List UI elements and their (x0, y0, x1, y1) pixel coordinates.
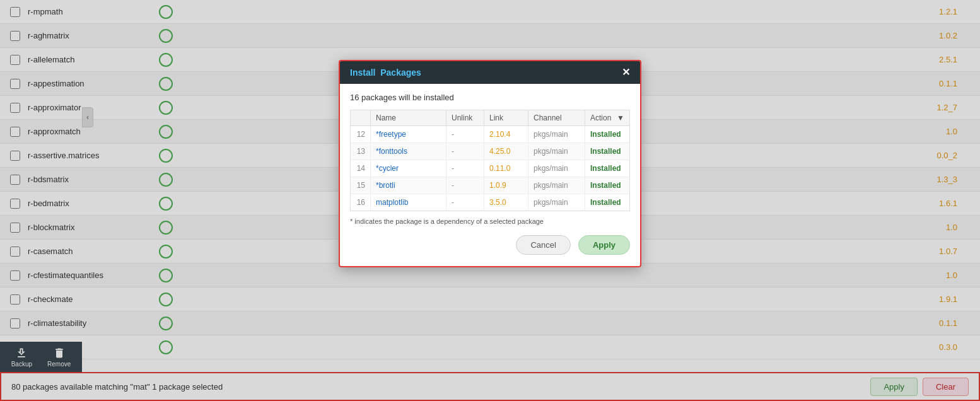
row-link: 4.25.0 (484, 143, 528, 160)
row-unlink: - (446, 177, 484, 194)
col-header-action: Action ▼ (585, 110, 629, 125)
table-row: 15 *brotli - 1.0.9 pkgs/main Installed (351, 177, 629, 194)
row-num: 15 (351, 177, 371, 194)
row-num: 14 (351, 160, 371, 177)
modal-body: 16 packages will be installed Name Unlin… (340, 84, 640, 266)
row-channel: pkgs/main (528, 143, 585, 160)
row-pkg-name: matplotlib (371, 194, 446, 211)
row-link: 2.10.4 (484, 126, 528, 142)
row-unlink: - (446, 143, 484, 160)
table-row: 13 *fonttools - 4.25.0 pkgs/main Install… (351, 143, 629, 160)
row-action: Installed (585, 126, 629, 142)
row-link: 0.11.0 (484, 160, 528, 177)
row-unlink: - (446, 126, 484, 142)
row-link: 1.0.9 (484, 177, 528, 194)
row-pkg-name: *freetype (371, 126, 446, 142)
col-header-unlink: Unlink (446, 110, 484, 125)
row-action: Installed (585, 177, 629, 194)
table-scroll-area[interactable]: 12 *freetype - 2.10.4 pkgs/main Installe… (351, 126, 629, 211)
apply-button[interactable]: Apply (578, 235, 630, 255)
row-num: 12 (351, 126, 371, 142)
modal-footer: Cancel Apply (350, 235, 630, 257)
row-action: Installed (585, 160, 629, 177)
install-packages-modal: Install Packages ✕ 16 packages will be i… (339, 60, 641, 267)
row-action: Installed (585, 194, 629, 211)
col-header-link: Link (484, 110, 528, 125)
table-row: 16 matplotlib - 3.5.0 pkgs/main Installe… (351, 194, 629, 211)
modal-overlay: Install Packages ✕ 16 packages will be i… (0, 0, 980, 401)
row-pkg-name: *brotli (371, 177, 446, 194)
col-header-num (351, 110, 371, 125)
modal-close-button[interactable]: ✕ (622, 67, 630, 78)
col-header-channel: Channel (528, 110, 585, 125)
packages-table-wrapper[interactable]: Name Unlink Link Channel Action ▼ 12 *fr… (350, 110, 630, 211)
row-num: 13 (351, 143, 371, 160)
row-pkg-name: *fonttools (371, 143, 446, 160)
row-channel: pkgs/main (528, 194, 585, 211)
table-row: 12 *freetype - 2.10.4 pkgs/main Installe… (351, 126, 629, 143)
row-channel: pkgs/main (528, 177, 585, 194)
row-channel: pkgs/main (528, 126, 585, 142)
table-row: 14 *cycler - 0.11.0 pkgs/main Installed (351, 160, 629, 177)
row-num: 16 (351, 194, 371, 211)
modal-title: Install Packages (350, 67, 421, 78)
modal-subtitle: 16 packages will be installed (350, 93, 630, 102)
row-unlink: - (446, 160, 484, 177)
row-link: 3.5.0 (484, 194, 528, 211)
row-channel: pkgs/main (528, 160, 585, 177)
row-pkg-name: *cycler (371, 160, 446, 177)
cancel-button[interactable]: Cancel (516, 235, 570, 255)
modal-footnote: * indicates the package is a dependency … (350, 218, 630, 225)
row-action: Installed (585, 143, 629, 160)
col-header-name: Name (371, 110, 446, 125)
row-unlink: - (446, 194, 484, 211)
modal-header: Install Packages ✕ (340, 61, 640, 84)
table-header-row: Name Unlink Link Channel Action ▼ (351, 110, 629, 126)
